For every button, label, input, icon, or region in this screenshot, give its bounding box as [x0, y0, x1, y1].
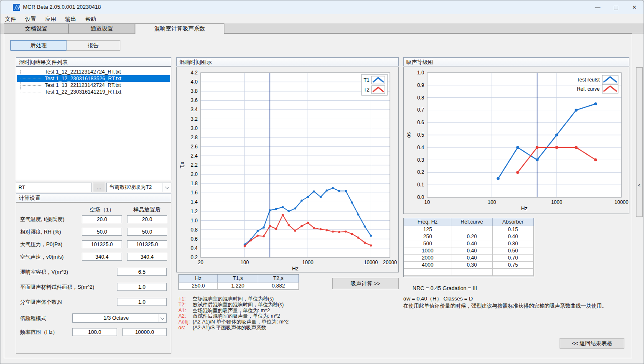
freq-min-input[interactable]: [72, 328, 117, 336]
tab-2[interactable]: 通道设置: [69, 23, 135, 33]
aw-result-text: αw = 0.40（H） Classes = D: [403, 295, 473, 303]
svg-text:1.0: 1.0: [417, 70, 424, 76]
octave-mode-combo[interactable]: 1/3 Octave: [72, 313, 167, 323]
svg-text:1.8: 1.8: [191, 181, 198, 186]
form-label: 平面吸声材料试件面积，S(m^2): [20, 283, 94, 291]
table-cell: 0.40: [451, 254, 492, 261]
table-cell: [451, 226, 492, 233]
file-name: Test 1_22_230316141219_RT.txt: [45, 89, 121, 95]
menu-item-帮助[interactable]: 帮助: [81, 14, 101, 24]
input-with-sample[interactable]: [127, 240, 167, 248]
svg-text:0.8: 0.8: [417, 95, 424, 101]
maximize-button[interactable]: [607, 0, 625, 14]
svg-text:10000: 10000: [614, 199, 629, 205]
svg-text:Hz: Hz: [292, 266, 298, 272]
column-header: Hz: [179, 275, 218, 282]
data-read-as-combo[interactable]: 当前数据读取为T2: [106, 183, 171, 192]
list-item[interactable]: Test 1_12_230316183526_RT.txt: [17, 75, 170, 82]
svg-text:100: 100: [488, 199, 496, 205]
svg-text:Hz: Hz: [521, 206, 527, 211]
menu-item-文件[interactable]: 文件: [0, 14, 20, 24]
subtab-1[interactable]: 后处理: [10, 40, 66, 51]
app-window: MCR Beta 2.05.0.001 20230418 — ✕ 文件设置应用输…: [0, 0, 644, 364]
table-cell: 0.75: [492, 261, 533, 268]
input-with-sample[interactable]: [127, 215, 167, 223]
svg-text:0.1: 0.1: [417, 182, 424, 188]
form-input[interactable]: [117, 298, 167, 306]
input-with-sample[interactable]: [127, 228, 167, 236]
absorption-chart-header: 吸声等级图: [403, 57, 629, 66]
table-row[interactable]: 1250.15: [404, 226, 534, 233]
input-empty-room[interactable]: [82, 215, 122, 223]
menu-item-输出[interactable]: 输出: [61, 14, 81, 24]
back-to-results-button[interactable]: << 返回结果表格: [560, 338, 624, 349]
svg-text:2.6: 2.6: [191, 144, 198, 150]
table-row[interactable]: 10000.400.50: [404, 247, 534, 254]
combo-arrow-button[interactable]: [158, 314, 166, 322]
title-bar: MCR Beta 2.05.0.001 20230418 — ✕: [0, 0, 644, 14]
rt_chart-svg: 0.20.40.60.81.01.21.41.61.82.02.22.42.62…: [177, 67, 398, 272]
table-row[interactable]: 2500.200.40: [404, 233, 534, 240]
list-item[interactable]: Test 1_13_221123142724_RT.txt: [17, 82, 170, 89]
table-cell: 0.20: [451, 233, 492, 240]
form-input[interactable]: [117, 283, 167, 291]
menu-item-设置[interactable]: 设置: [20, 14, 41, 24]
list-item[interactable]: Test 1_22_230316141219_RT.txt: [17, 89, 170, 95]
table-row[interactable]: 250.01.2200.882: [179, 282, 299, 289]
svg-text:2.0: 2.0: [191, 171, 198, 177]
freq-max-input[interactable]: [122, 328, 167, 336]
list-item[interactable]: Test 1_12_221123142724_RT.txt: [17, 69, 170, 75]
tree-guide: [20, 72, 42, 72]
menu-item-应用[interactable]: 应用: [41, 14, 61, 24]
column-header: T2,s: [258, 275, 299, 282]
legend-note-line: T1:空场混响室的混响时间，单位为秒(s): [178, 296, 289, 302]
table-cell: 0.70: [492, 254, 533, 261]
freq-range-label: 频率范围（Hz）: [20, 328, 58, 336]
table-cell: 0.50: [492, 247, 533, 254]
minimize-button[interactable]: —: [588, 0, 607, 14]
table-cell: [451, 268, 492, 275]
input-empty-room[interactable]: [82, 240, 122, 248]
table-cell: 0.882: [258, 282, 299, 289]
absorption-chart: 0.00.10.20.30.40.50.60.70.80.91.01010010…: [403, 67, 629, 214]
tree-guide: [20, 85, 42, 86]
table-cell: 1000: [404, 247, 451, 254]
form-label: 大气压力，P0(Pa): [20, 241, 62, 249]
form-label: 空气温度, t(摄氏度): [20, 216, 64, 224]
rt-result-table: HzT1,sT2,s250.01.2200.882: [178, 274, 299, 290]
side-panel-splitter[interactable]: <: [636, 67, 643, 217]
svg-text:1.0: 1.0: [191, 218, 198, 224]
tab-1[interactable]: 文档设置: [4, 23, 69, 33]
form-input[interactable]: [117, 268, 167, 276]
svg-text:0.2: 0.2: [417, 169, 424, 175]
svg-text:4.2: 4.2: [191, 70, 198, 76]
column-header-empty-room: 空场（1）: [82, 206, 122, 214]
calc-settings-group: 空场（1） 样品放置后（2） 倍频程模式 1/3 Octave 频率范围（Hz）…: [16, 202, 171, 354]
table-row[interactable]: [404, 268, 534, 275]
input-empty-room[interactable]: [82, 253, 122, 261]
svg-text:3.2: 3.2: [191, 116, 198, 122]
svg-text:Ref. curve: Ref. curve: [577, 86, 600, 92]
table-cell: [492, 268, 533, 275]
svg-text:0.5: 0.5: [417, 132, 424, 138]
subtab-2[interactable]: 报告: [66, 40, 120, 51]
minimize-icon: —: [595, 4, 601, 10]
table-row[interactable]: 5000.400.30: [404, 240, 534, 247]
table-row[interactable]: 40000.300.75: [404, 261, 534, 268]
tab-3[interactable]: 混响室计算吸声系数: [135, 23, 224, 34]
table-row[interactable]: 20000.400.70: [404, 254, 534, 261]
browse-button[interactable]: ...: [93, 183, 105, 192]
combo-arrow-button[interactable]: [163, 183, 171, 192]
input-empty-room[interactable]: [82, 228, 122, 236]
absorption-calc-button[interactable]: 吸声计算 >>: [332, 278, 399, 289]
svg-text:T1: T1: [364, 77, 369, 83]
rt-file-listbox[interactable]: Test 1_12_221123142724_RT.txtTest 1_12_2…: [16, 66, 171, 180]
octave-mode-label: 倍频程模式: [20, 315, 46, 323]
close-button[interactable]: ✕: [625, 0, 644, 14]
svg-text:20000: 20000: [383, 260, 397, 265]
file-list-header: 混时间结果文件列表: [16, 57, 171, 66]
form-label: 混响室容积，V(m^3): [20, 268, 68, 276]
input-with-sample[interactable]: [127, 253, 167, 261]
svg-text:0.3: 0.3: [417, 157, 424, 163]
rt-name-input[interactable]: [16, 183, 92, 192]
